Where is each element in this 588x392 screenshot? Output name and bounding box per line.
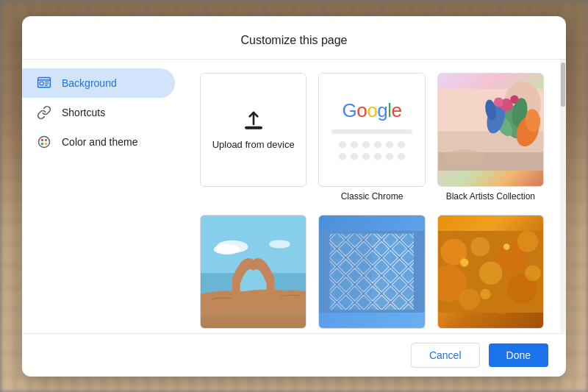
svg-point-44 bbox=[492, 295, 511, 314]
black-artists-tile[interactable]: Black Artists Collection bbox=[436, 71, 545, 204]
svg-rect-1 bbox=[40, 82, 43, 85]
arch-tile[interactable] bbox=[198, 213, 308, 330]
dialog-footer: Cancel Done bbox=[22, 333, 566, 377]
dialog-header: Customize this page bbox=[22, 16, 566, 60]
svg-point-40 bbox=[479, 261, 503, 285]
dots-row-2 bbox=[339, 153, 405, 160]
search-bar-mock bbox=[331, 129, 413, 134]
classic-chrome-inner: Google bbox=[318, 73, 425, 187]
svg-rect-33 bbox=[330, 233, 372, 310]
svg-point-17 bbox=[510, 95, 518, 103]
scroll-thumb bbox=[561, 63, 565, 107]
upload-tile[interactable]: Upload from device bbox=[198, 71, 308, 204]
scrollbar[interactable] bbox=[560, 60, 566, 333]
dot bbox=[386, 141, 393, 149]
dots-row-1 bbox=[339, 141, 405, 149]
cancel-button[interactable]: Cancel bbox=[411, 343, 480, 368]
customize-dialog: Customize this page Background bbox=[22, 16, 566, 377]
shortcuts-icon bbox=[37, 105, 51, 120]
dot bbox=[339, 141, 346, 149]
classic-chrome-tile[interactable]: Google bbox=[317, 71, 426, 204]
arch-inner bbox=[200, 215, 306, 329]
dialog-title: Customize this page bbox=[241, 34, 348, 46]
dot bbox=[362, 153, 370, 160]
svg-point-42 bbox=[459, 288, 480, 310]
dot bbox=[374, 141, 381, 149]
art-svg bbox=[438, 74, 543, 186]
svg-rect-7 bbox=[245, 126, 262, 129]
svg-point-4 bbox=[45, 138, 47, 140]
svg-point-26 bbox=[214, 243, 240, 254]
dot bbox=[398, 153, 405, 160]
dialog-body: Background Shortcuts Color bbox=[22, 60, 566, 333]
sidebar-item-color-theme[interactable]: Color and theme bbox=[22, 127, 175, 157]
dot bbox=[351, 141, 358, 149]
building-tile[interactable] bbox=[317, 213, 426, 330]
color-theme-label: Color and theme bbox=[62, 136, 138, 148]
upload-inner: Upload from device bbox=[200, 73, 306, 187]
svg-point-22 bbox=[443, 149, 485, 165]
svg-point-27 bbox=[269, 240, 290, 248]
color-theme-icon bbox=[37, 135, 51, 149]
svg-point-5 bbox=[41, 142, 43, 144]
dot bbox=[362, 141, 370, 149]
shortcuts-label: Shortcuts bbox=[62, 107, 105, 118]
background-icon bbox=[37, 76, 51, 90]
google-logo: Google bbox=[343, 99, 402, 122]
background-label: Background bbox=[62, 77, 117, 89]
svg-point-46 bbox=[503, 243, 510, 250]
svg-point-43 bbox=[525, 265, 540, 280]
dot bbox=[374, 153, 381, 160]
orange-svg bbox=[438, 215, 543, 328]
svg-point-6 bbox=[45, 142, 47, 144]
dot bbox=[398, 141, 405, 149]
classic-chrome-label: Classic Chrome bbox=[318, 187, 425, 203]
svg-point-47 bbox=[480, 288, 490, 299]
svg-point-38 bbox=[517, 230, 538, 252]
sidebar: Background Shortcuts Color bbox=[22, 60, 184, 333]
svg-point-18 bbox=[494, 97, 503, 107]
svg-point-3 bbox=[41, 138, 43, 140]
upload-label: Upload from device bbox=[212, 139, 295, 150]
orange-inner bbox=[437, 215, 544, 329]
upload-icon bbox=[242, 110, 265, 133]
content-area: Upload from device Google bbox=[184, 60, 560, 333]
sidebar-item-shortcuts[interactable]: Shortcuts bbox=[22, 98, 175, 127]
arch-svg bbox=[201, 215, 306, 328]
thumbnails-grid: Upload from device Google bbox=[198, 71, 545, 330]
svg-point-45 bbox=[460, 258, 468, 266]
art-inner bbox=[437, 73, 544, 187]
black-artists-label: Black Artists Collection bbox=[437, 187, 544, 203]
dot bbox=[339, 153, 346, 160]
svg-point-2 bbox=[39, 136, 50, 147]
building-svg bbox=[319, 215, 424, 328]
dot bbox=[386, 153, 393, 160]
orange-tile[interactable] bbox=[436, 213, 545, 330]
svg-point-36 bbox=[470, 237, 490, 256]
sidebar-item-background[interactable]: Background bbox=[22, 68, 175, 98]
dot bbox=[351, 153, 358, 160]
building-inner bbox=[318, 215, 425, 329]
done-button[interactable]: Done bbox=[489, 343, 548, 367]
